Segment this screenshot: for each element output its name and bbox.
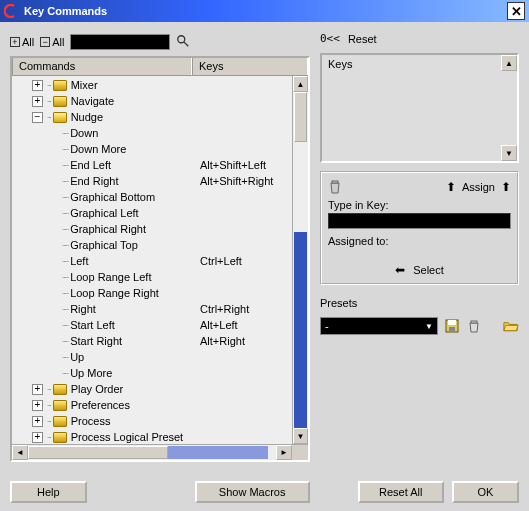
tree-item[interactable]: ·····Down More — [12, 141, 308, 157]
arrow-left-icon: ⬅ — [395, 263, 405, 277]
scroll-up-icon[interactable]: ▲ — [293, 76, 308, 92]
item-label: Up More — [70, 367, 112, 379]
assign-button[interactable]: Assign — [462, 181, 495, 193]
presets-label: Presets — [320, 297, 519, 309]
folder-icon — [53, 432, 67, 443]
show-macros-button[interactable]: Show Macros — [195, 481, 310, 503]
item-label: End Right — [70, 175, 118, 187]
tree-item[interactable]: ·····End RightAlt+Shift+Right — [12, 173, 308, 189]
tree-item[interactable]: ·····Up More — [12, 365, 308, 381]
expand-all-button[interactable]: + All — [10, 36, 34, 48]
presets-dropdown[interactable]: - ▼ — [320, 317, 438, 335]
tree-folder[interactable]: +···Process — [12, 413, 308, 429]
tree-folder[interactable]: +···Preferences — [12, 397, 308, 413]
assign-group: ⬆ Assign ⬆ Type in Key: Assigned to: ⬅ S… — [320, 171, 519, 285]
close-button[interactable]: ✕ — [507, 2, 525, 20]
key-binding: Ctrl+Right — [200, 303, 249, 315]
tree-item[interactable]: ·····Graphical Top — [12, 237, 308, 253]
save-icon[interactable] — [444, 318, 460, 334]
scroll-down-icon[interactable]: ▼ — [293, 428, 308, 444]
key-binding: Alt+Shift+Left — [200, 159, 266, 171]
trash-icon[interactable] — [328, 179, 342, 195]
help-button[interactable]: Help — [10, 481, 87, 503]
item-label: Down — [70, 127, 98, 139]
key-binding: Alt+Right — [200, 335, 245, 347]
tree-folder[interactable]: +···Navigate — [12, 93, 308, 109]
search-input[interactable] — [70, 34, 170, 50]
titlebar: Key Commands ✕ — [0, 0, 529, 22]
tree-item[interactable]: ·····Start RightAlt+Right — [12, 333, 308, 349]
item-label: Nudge — [71, 111, 103, 123]
column-commands[interactable]: Commands — [12, 58, 192, 75]
tree-item[interactable]: ·····Graphical Left — [12, 205, 308, 221]
folder-icon — [53, 80, 67, 91]
item-label: Up — [70, 351, 84, 363]
item-label: Process — [71, 415, 111, 427]
tree-item[interactable]: ·····Graphical Bottom — [12, 189, 308, 205]
tree-folder[interactable]: +···Play Order — [12, 381, 308, 397]
svg-point-0 — [178, 36, 185, 43]
horizontal-scrollbar[interactable]: ◄ ► — [12, 444, 308, 460]
item-label: Right — [70, 303, 96, 315]
keys-scrollbar[interactable]: ▲ ▼ — [501, 55, 517, 161]
search-icon[interactable] — [176, 34, 190, 50]
svg-rect-4 — [448, 320, 456, 325]
app-logo-icon — [4, 4, 18, 18]
tree-item[interactable]: ·····RightCtrl+Right — [12, 301, 308, 317]
expand-icon[interactable]: + — [32, 96, 43, 107]
minus-icon: − — [40, 37, 50, 47]
tree-item[interactable]: ·····LeftCtrl+Left — [12, 253, 308, 269]
hscroll-thumb[interactable] — [28, 446, 168, 459]
expand-icon[interactable]: + — [32, 432, 43, 443]
folder-icon — [53, 112, 67, 123]
item-label: Left — [70, 255, 88, 267]
expand-icon[interactable]: + — [32, 80, 43, 91]
item-label: Down More — [70, 143, 126, 155]
scroll-right-icon[interactable]: ► — [276, 445, 292, 460]
tree-item[interactable]: ·····Graphical Right — [12, 221, 308, 237]
reset-all-button[interactable]: Reset All — [358, 481, 444, 503]
rewind-icon[interactable]: 0<< — [320, 32, 340, 45]
item-label: Graphical Top — [70, 239, 138, 251]
tree-header: Commands Keys — [12, 58, 308, 76]
type-in-key-input[interactable] — [328, 213, 511, 229]
type-in-key-label: Type in Key: — [328, 199, 511, 211]
tree-folder[interactable]: +···Process Logical Preset — [12, 429, 308, 445]
item-label: Graphical Bottom — [70, 191, 155, 203]
tree-folder[interactable]: +···Mixer — [12, 77, 308, 93]
tree-item[interactable]: ·····Loop Range Left — [12, 269, 308, 285]
collapse-all-button[interactable]: − All — [40, 36, 64, 48]
scroll-left-icon[interactable]: ◄ — [12, 445, 28, 460]
delete-preset-icon[interactable] — [466, 318, 482, 334]
collapse-icon[interactable]: − — [32, 112, 43, 123]
svg-rect-5 — [449, 327, 455, 331]
column-keys[interactable]: Keys — [192, 58, 308, 75]
tree-item[interactable]: ·····Down — [12, 125, 308, 141]
vertical-scrollbar[interactable]: ▲ ▼ — [292, 76, 308, 444]
item-label: End Left — [70, 159, 111, 171]
folder-icon — [53, 400, 67, 411]
tree-item[interactable]: ·····Up — [12, 349, 308, 365]
item-label: Preferences — [71, 399, 130, 411]
item-label: Mixer — [71, 79, 98, 91]
keys-list[interactable]: Keys ▲ ▼ — [320, 53, 519, 163]
expand-icon[interactable]: + — [32, 384, 43, 395]
svg-rect-6 — [471, 321, 477, 323]
select-button[interactable]: Select — [413, 264, 444, 276]
folder-open-icon[interactable] — [503, 318, 519, 334]
commands-tree[interactable]: Commands Keys +···Mixer+···Navigate−···N… — [10, 56, 310, 462]
scroll-down-icon[interactable]: ▼ — [501, 145, 517, 161]
assigned-to-label: Assigned to: — [328, 235, 511, 247]
tree-item[interactable]: ·····Loop Range Right — [12, 285, 308, 301]
expand-icon[interactable]: + — [32, 416, 43, 427]
tree-item[interactable]: ·····Start LeftAlt+Left — [12, 317, 308, 333]
scroll-up-icon[interactable]: ▲ — [501, 55, 517, 71]
item-label: Play Order — [71, 383, 124, 395]
key-binding: Alt+Shift+Right — [200, 175, 273, 187]
reset-label[interactable]: Reset — [348, 33, 377, 45]
tree-folder[interactable]: −···Nudge — [12, 109, 308, 125]
ok-button[interactable]: OK — [452, 481, 519, 503]
expand-icon[interactable]: + — [32, 400, 43, 411]
scroll-thumb[interactable] — [294, 92, 307, 142]
tree-item[interactable]: ·····End LeftAlt+Shift+Left — [12, 157, 308, 173]
